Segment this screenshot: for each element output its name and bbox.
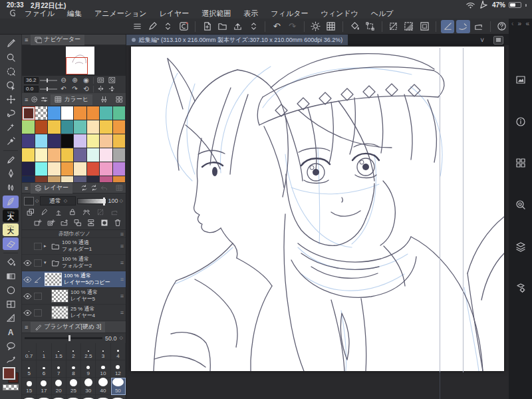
palette-menu-icon[interactable]: ≡ bbox=[25, 324, 28, 331]
color-swatch[interactable] bbox=[35, 162, 49, 176]
blend-mode-select[interactable]: 通常 ◇ bbox=[40, 196, 76, 205]
color-swatch[interactable] bbox=[22, 176, 35, 183]
brush-size-cell[interactable]: 4 bbox=[111, 343, 126, 360]
layer-panel-icon[interactable] bbox=[513, 240, 528, 253]
opacity-value[interactable]: 100 bbox=[108, 198, 118, 204]
transfer-down-icon[interactable] bbox=[72, 219, 84, 227]
menu-item[interactable]: レイヤー bbox=[160, 9, 190, 19]
brush-size-cell[interactable] bbox=[22, 395, 37, 399]
color-wheel-tab-icon[interactable] bbox=[31, 96, 38, 103]
color-swatch[interactable] bbox=[74, 162, 87, 176]
new-canvas-icon[interactable] bbox=[200, 20, 213, 33]
color-swatch[interactable] bbox=[61, 120, 74, 134]
layer-row-selected[interactable]: 100 % 通常 レイヤー5のコピー ≡ bbox=[22, 271, 126, 288]
tool-balloon[interactable] bbox=[3, 340, 19, 352]
drag-handle-icon[interactable]: ≡ bbox=[120, 309, 124, 316]
color-swatch[interactable] bbox=[113, 106, 126, 120]
color-swatch[interactable] bbox=[113, 162, 126, 176]
tool-airbrush[interactable] bbox=[3, 196, 19, 208]
snap-to-special-ruler-icon[interactable] bbox=[456, 20, 469, 33]
enable-mask-icon[interactable] bbox=[94, 208, 107, 216]
tool-text[interactable]: A bbox=[3, 326, 19, 338]
color-swatch[interactable] bbox=[87, 162, 100, 176]
merge-down-icon[interactable] bbox=[84, 219, 97, 227]
color-swatch[interactable] bbox=[100, 162, 113, 176]
quick-access-icon[interactable] bbox=[513, 73, 528, 86]
brush-size-cell[interactable] bbox=[111, 395, 126, 399]
tool-figure[interactable] bbox=[3, 284, 19, 297]
tool-move[interactable] bbox=[3, 93, 19, 106]
opacity-stepper-icon[interactable]: ◇ bbox=[119, 200, 122, 203]
new-raster-layer-icon[interactable] bbox=[32, 219, 45, 227]
lock-transparent-icon[interactable] bbox=[52, 208, 65, 216]
brush-size-value[interactable]: 50.0 bbox=[105, 335, 117, 342]
color-set-panel-icon[interactable] bbox=[513, 156, 528, 170]
layer-row[interactable]: 100 % 通常 レイヤー5 ≡ bbox=[22, 288, 126, 305]
new-folder-icon[interactable] bbox=[59, 219, 71, 227]
brush-size-cell[interactable] bbox=[37, 395, 51, 399]
rotate-right-button[interactable]: ↷ bbox=[70, 85, 80, 93]
menu-item[interactable]: 編集 bbox=[67, 9, 82, 19]
layer-row[interactable]: 25 % 通常 レイヤー4 ≡ bbox=[22, 305, 126, 321]
deselect-icon[interactable] bbox=[386, 20, 400, 33]
drag-handle-icon[interactable]: ≡ bbox=[120, 293, 124, 299]
tool-auto-select[interactable] bbox=[3, 121, 19, 134]
menu-item[interactable]: アニメーション bbox=[94, 9, 147, 19]
color-swatch[interactable] bbox=[100, 120, 113, 134]
tool-line-correction[interactable] bbox=[3, 354, 19, 366]
delete-layer-icon[interactable] bbox=[111, 219, 124, 227]
fill-shortcut-icon[interactable] bbox=[348, 20, 361, 33]
palette-menu-icon[interactable]: ≡ bbox=[25, 37, 28, 43]
brush-size-cell[interactable]: 3 bbox=[96, 343, 110, 360]
layer-row[interactable]: 赤頭巾ボツノ ≡ bbox=[22, 230, 126, 238]
snap-to-ruler-icon[interactable] bbox=[441, 20, 454, 33]
tool-selection-area[interactable] bbox=[3, 65, 19, 78]
visibility-cell[interactable] bbox=[23, 275, 32, 284]
brightness-icon[interactable] bbox=[309, 20, 323, 33]
color-swatch[interactable] bbox=[113, 176, 126, 183]
color-swatch[interactable] bbox=[100, 148, 113, 162]
dock-chevron-left-icon[interactable]: ‹ bbox=[511, 20, 513, 27]
canvas-area[interactable] bbox=[126, 45, 509, 399]
brush-size-cell[interactable]: 8 bbox=[66, 360, 81, 378]
zoom-100-button[interactable]: ◉ bbox=[81, 76, 91, 84]
toolbar-stepper-icon[interactable] bbox=[162, 20, 175, 33]
drag-handle-icon[interactable]: ≡ bbox=[120, 276, 124, 283]
brush-size-cell[interactable]: 1 bbox=[37, 343, 51, 360]
save-export-icon[interactable] bbox=[231, 20, 245, 33]
drag-handle-icon[interactable]: ≡ bbox=[120, 231, 124, 237]
brush-size-cell[interactable]: 1.5 bbox=[52, 343, 66, 360]
tool-frame-border[interactable] bbox=[3, 298, 19, 311]
brush-size-cell[interactable] bbox=[81, 395, 96, 399]
brush-size-cell[interactable]: 7 bbox=[52, 360, 66, 378]
color-swatch[interactable] bbox=[48, 176, 61, 183]
brush-size-cell[interactable]: 40 bbox=[96, 378, 110, 395]
drag-handle-icon[interactable]: ≡ bbox=[120, 243, 124, 249]
color-swatch[interactable] bbox=[74, 134, 87, 148]
collapse-arrow-icon[interactable]: ▸ bbox=[44, 243, 49, 249]
tool-lasso[interactable] bbox=[3, 107, 19, 120]
color-swatch[interactable] bbox=[74, 120, 87, 134]
color-swatch[interactable] bbox=[87, 176, 100, 183]
brush-size-cell[interactable]: 6 bbox=[37, 360, 51, 378]
color-set-tab-icon[interactable] bbox=[116, 96, 123, 103]
brush-size-cell[interactable] bbox=[52, 395, 66, 399]
zoom-slider[interactable] bbox=[40, 80, 57, 81]
visibility-cell[interactable] bbox=[23, 259, 32, 267]
layer-tab[interactable]: レイヤー bbox=[31, 183, 72, 194]
menu-item[interactable]: ファイル bbox=[25, 9, 55, 19]
flip-horizontal-button[interactable] bbox=[96, 85, 106, 93]
visibility-cell[interactable] bbox=[23, 292, 32, 301]
main-color-swatch[interactable] bbox=[3, 367, 15, 380]
color-swatch[interactable] bbox=[48, 134, 61, 148]
palette-menu-icon[interactable]: ≡ bbox=[25, 185, 28, 192]
navigator-view-rect[interactable] bbox=[66, 57, 88, 74]
link-mask-icon[interactable] bbox=[108, 208, 121, 216]
color-swatch[interactable] bbox=[74, 106, 87, 120]
revert-icon[interactable] bbox=[100, 184, 108, 192]
checkbox-cell[interactable] bbox=[34, 243, 42, 250]
color-swatch[interactable] bbox=[61, 162, 74, 176]
visibility-cell[interactable] bbox=[23, 309, 32, 317]
csp-companion-icon[interactable] bbox=[177, 20, 190, 33]
color-swatch[interactable] bbox=[22, 162, 35, 176]
